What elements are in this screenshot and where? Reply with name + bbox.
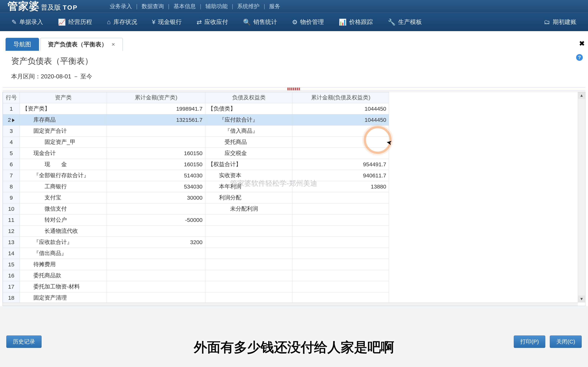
cell-liability-amount[interactable]: [293, 270, 389, 281]
cell-liability[interactable]: 『借入商品』: [205, 125, 293, 137]
cell-asset-amount[interactable]: [107, 292, 205, 303]
cell-asset[interactable]: 委托加工物资-材料: [20, 281, 107, 292]
close-all-icon[interactable]: ✖: [579, 40, 585, 47]
cell-asset[interactable]: 转对公户: [20, 215, 107, 225]
cell-liability[interactable]: 【负债类】: [205, 103, 293, 114]
cell-asset-amount[interactable]: 1998941.7: [107, 103, 205, 114]
cell-liability[interactable]: [205, 281, 293, 292]
table-row[interactable]: 8 工商银行534030 本年利润13880: [3, 181, 389, 192]
cell-liability-amount[interactable]: [293, 248, 389, 259]
cell-liability[interactable]: [205, 292, 293, 303]
table-row[interactable]: 7 『全部银行存款合计』514030 实收资本940611.7: [3, 170, 389, 181]
table-row[interactable]: 5 现金合计160150 应交税金: [3, 148, 389, 159]
cell-liability[interactable]: 受托商品: [205, 137, 293, 148]
cell-liability-amount[interactable]: 940611.7: [293, 170, 389, 181]
menu-system[interactable]: 系统维护: [233, 3, 264, 10]
cell-asset-amount[interactable]: [107, 248, 205, 259]
cell-liability[interactable]: 未分配利润: [205, 203, 293, 215]
cell-liability[interactable]: [205, 259, 293, 270]
col-asset-amount[interactable]: 累计金额(资产类): [107, 92, 205, 103]
cell-asset-amount[interactable]: 514030: [107, 170, 205, 181]
table-row[interactable]: 9 支付宝30000 利润分配: [3, 192, 389, 203]
cell-asset-amount[interactable]: 160150: [107, 159, 205, 170]
close-tab-icon[interactable]: ×: [112, 41, 115, 48]
cell-liability-amount[interactable]: [293, 148, 389, 159]
horizontal-scrollbar[interactable]: [3, 302, 578, 306]
cell-asset[interactable]: 现 金: [20, 159, 107, 170]
cell-asset-amount[interactable]: -50000: [107, 215, 205, 225]
cell-asset[interactable]: 【资产类】: [20, 103, 107, 114]
data-table[interactable]: 行号 资产类 累计金额(资产类) 负债及权益类 累计金额(负债及权益类) 1【资…: [3, 92, 389, 303]
cell-asset-amount[interactable]: 3200: [107, 237, 205, 248]
cell-liability-amount[interactable]: [293, 225, 389, 237]
nav-inventory[interactable]: ⌂库存状况: [99, 18, 145, 26]
cell-liability-amount[interactable]: [293, 237, 389, 248]
nav-sales-stats[interactable]: 🔍销售统计: [235, 18, 285, 26]
help-icon[interactable]: ?: [576, 54, 583, 61]
cell-asset[interactable]: 待摊费用: [20, 259, 107, 270]
vertical-scrollbar[interactable]: ▲ ▼: [578, 92, 585, 302]
cell-liability-amount[interactable]: 13880: [293, 181, 389, 192]
col-rownum[interactable]: 行号: [3, 92, 20, 103]
cell-liability-amount[interactable]: [293, 292, 389, 303]
cell-asset[interactable]: 工商银行: [20, 181, 107, 192]
cell-asset[interactable]: 微信支付: [20, 203, 107, 215]
table-row[interactable]: 13 『应收款合计』3200: [3, 237, 389, 248]
menu-data-query[interactable]: 数据查询: [138, 3, 168, 10]
cell-liability[interactable]: 【权益合计】: [205, 159, 293, 170]
nav-cash-bank[interactable]: ¥现金银行: [145, 18, 189, 26]
menu-service[interactable]: 服务: [265, 3, 284, 10]
nav-production[interactable]: 🔧生产模板: [380, 18, 429, 26]
cell-liability-amount[interactable]: [293, 215, 389, 225]
cell-asset[interactable]: 长通物流代收: [20, 225, 107, 237]
table-row[interactable]: 2 库存商品1321561.7 『应付款合计』1044450: [3, 114, 389, 125]
cell-asset[interactable]: 固定资产清理: [20, 292, 107, 303]
cell-liability[interactable]: [205, 215, 293, 225]
cell-asset[interactable]: 固定资产_甲: [20, 137, 107, 148]
cell-liability-amount[interactable]: 954491.7: [293, 159, 389, 170]
table-row[interactable]: 14 『借出商品』: [3, 248, 389, 259]
cell-asset[interactable]: 『应收款合计』: [20, 237, 107, 248]
tab-navigation-map[interactable]: 导航图: [6, 38, 39, 51]
table-row[interactable]: 6 现 金160150【权益合计】954491.7: [3, 159, 389, 170]
cell-liability-amount[interactable]: 1044450: [293, 103, 389, 114]
cell-liability[interactable]: 利润分配: [205, 192, 293, 203]
cell-asset-amount[interactable]: [107, 281, 205, 292]
nav-price-track[interactable]: 📊价格跟踪: [331, 18, 380, 26]
cell-liability[interactable]: 实收资本: [205, 170, 293, 181]
table-row[interactable]: 12 长通物流代收: [3, 225, 389, 237]
table-row[interactable]: 16 委托商品款: [3, 270, 389, 281]
cell-liability-amount[interactable]: [293, 137, 389, 148]
nav-price-manage[interactable]: ⚙物价管理: [285, 18, 331, 26]
cell-asset-amount[interactable]: [107, 137, 205, 148]
cell-asset[interactable]: 支付宝: [20, 192, 107, 203]
scroll-up-icon[interactable]: ▲: [578, 92, 585, 99]
menu-assist[interactable]: 辅助功能: [201, 3, 232, 10]
table-row[interactable]: 3 固定资产合计 『借入商品』: [3, 125, 389, 137]
table-row[interactable]: 11 转对公户-50000: [3, 215, 389, 225]
cell-asset[interactable]: 库存商品: [20, 114, 107, 125]
cell-asset[interactable]: 固定资产合计: [20, 125, 107, 137]
cell-liability[interactable]: 应交税金: [205, 148, 293, 159]
history-button[interactable]: 历史记录: [6, 335, 42, 348]
cell-asset-amount[interactable]: [107, 259, 205, 270]
nav-opening-balance[interactable]: 🗂期初建账: [536, 18, 584, 26]
menu-business-entry[interactable]: 业务录入: [106, 3, 136, 10]
tab-balance-sheet[interactable]: 资产负债表（平衡表） ×: [40, 38, 123, 51]
table-row[interactable]: 15 待摊费用: [3, 259, 389, 270]
cell-asset-amount[interactable]: [107, 225, 205, 237]
menu-basic-info[interactable]: 基本信息: [169, 3, 200, 10]
cell-liability-amount[interactable]: [293, 259, 389, 270]
cell-asset-amount[interactable]: 1321561.7: [107, 114, 205, 125]
cell-asset[interactable]: 『全部银行存款合计』: [20, 170, 107, 181]
print-button[interactable]: 打印(P): [514, 335, 545, 348]
cell-asset[interactable]: 现金合计: [20, 148, 107, 159]
close-button[interactable]: 关闭(C): [550, 335, 582, 348]
table-row[interactable]: 4 固定资产_甲 受托商品: [3, 137, 389, 148]
col-liability[interactable]: 负债及权益类: [205, 92, 293, 103]
cell-asset[interactable]: 『借出商品』: [20, 248, 107, 259]
col-asset[interactable]: 资产类: [20, 92, 107, 103]
nav-voucher-entry[interactable]: ✎单据录入: [4, 18, 51, 26]
cell-liability[interactable]: [205, 225, 293, 237]
cell-asset-amount[interactable]: [107, 125, 205, 137]
